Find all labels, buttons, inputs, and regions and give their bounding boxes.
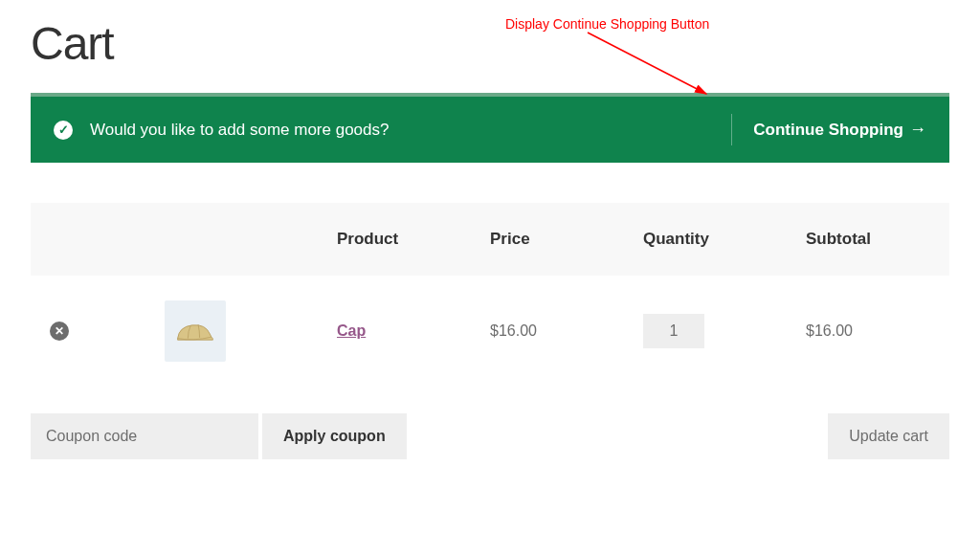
check-circle-icon: ✓	[54, 121, 73, 140]
product-thumbnail[interactable]	[165, 300, 226, 362]
cart-actions: Apply coupon Update cart	[31, 413, 949, 459]
cap-icon	[173, 316, 217, 346]
col-product: Product	[337, 230, 490, 249]
col-price: Price	[490, 230, 643, 249]
item-price: $16.00	[490, 322, 643, 340]
banner-message: Would you like to add some more goods?	[90, 121, 389, 140]
col-quantity: Quantity	[643, 230, 806, 249]
remove-item-button[interactable]: ✕	[50, 322, 69, 341]
close-icon: ✕	[55, 324, 64, 338]
col-subtotal: Subtotal	[806, 230, 930, 249]
coupon-code-input[interactable]	[31, 413, 258, 459]
cart-table: Product Price Quantity Subtotal ✕ Cap $1…	[31, 203, 949, 387]
update-cart-button[interactable]: Update cart	[828, 413, 949, 459]
apply-coupon-button[interactable]: Apply coupon	[262, 413, 407, 459]
item-subtotal: $16.00	[806, 322, 930, 340]
product-link[interactable]: Cap	[337, 322, 366, 339]
continue-shopping-banner: ✓ Would you like to add some more goods?…	[31, 93, 949, 163]
continue-shopping-button[interactable]: Continue Shopping →	[731, 114, 926, 145]
continue-shopping-label: Continue Shopping	[753, 121, 903, 140]
banner-message-wrap: ✓ Would you like to add some more goods?	[54, 121, 731, 140]
cart-table-header: Product Price Quantity Subtotal	[31, 203, 949, 276]
page-title: Cart	[31, 17, 949, 70]
quantity-input[interactable]	[643, 314, 704, 348]
arrow-right-icon: →	[909, 120, 926, 140]
table-row: ✕ Cap $16.00 $16.00	[31, 276, 949, 387]
